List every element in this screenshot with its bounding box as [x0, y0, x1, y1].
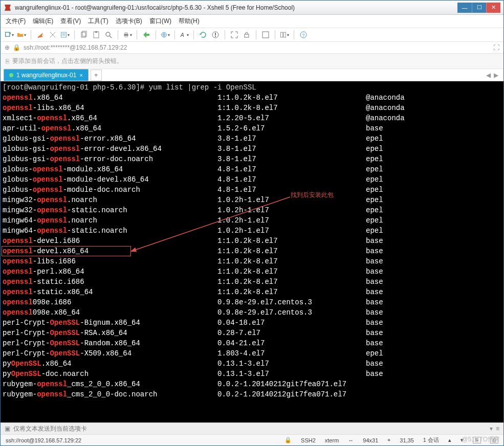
cap-icon: ⎘ [473, 437, 481, 443]
package-name: openssl-libs.x86_64 [3, 103, 217, 113]
package-version: 1.2.20-5.el7 [217, 113, 366, 123]
globe-icon[interactable]: ▾ [161, 30, 170, 39]
package-row: openssl-static.i6861:1.0.2k-8.el7base [3, 277, 501, 287]
package-repo [366, 389, 501, 399]
package-row: openssl-libs.i6861:1.0.2k-8.el7base [3, 256, 501, 266]
font-icon[interactable]: A▾ [180, 30, 189, 39]
menu-window[interactable]: 窗口(W) [149, 17, 171, 26]
package-row: globus-openssl-module-devel.x86_644.8-1.… [3, 174, 501, 185]
package-name: openssl-devel.i686 [3, 236, 217, 246]
search-icon[interactable] [104, 30, 113, 39]
package-name: openssl-static.i686 [3, 277, 217, 287]
package-row: openssl098e.i6860.9.8e-29.el7.centos.3ba… [3, 297, 501, 307]
package-version: 1.5.2-6.el7 [217, 123, 366, 133]
terminal-output[interactable]: [root@wangruifeng-01 php-5.6.30]# yum li… [1, 81, 503, 422]
send-input[interactable] [13, 425, 487, 432]
package-row: openssl.x86_641:1.0.2k-8.el7@anaconda [3, 93, 501, 103]
package-row: apr-util-openssl.x86_641.5.2-6.el7base [3, 123, 501, 133]
package-name: mingw32-openssl.noarch [3, 195, 217, 205]
package-repo: epel [366, 133, 501, 144]
package-name: perl-Crypt-OpenSSL-Random.x86_64 [3, 338, 217, 348]
package-repo: base [366, 246, 501, 256]
package-row: pyOpenSSL.x86_640.13.1-3.el7base [3, 359, 501, 369]
scroll-right-icon[interactable]: ▶ [494, 72, 498, 79]
status-size: 94x31 [363, 437, 378, 443]
annotation-text: 找到后安装此包 [291, 190, 334, 200]
package-repo: base [366, 297, 501, 307]
dropdown-icon[interactable]: ▾ [490, 425, 493, 432]
package-repo: epel [366, 205, 501, 215]
package-version: 0.04-18.el7 [217, 318, 366, 328]
layout1-icon[interactable] [261, 30, 270, 39]
window-maximize-button[interactable]: ☐ [472, 3, 486, 13]
package-row: openssl-static.x86_641:1.0.2k-8.el7base [3, 287, 501, 297]
menu-tool[interactable]: 工具(T) [88, 17, 108, 26]
new-session-icon[interactable]: ▾ [5, 30, 14, 39]
status-proto: SSH2 [301, 437, 316, 443]
package-repo: base [366, 359, 501, 369]
disconnect-icon[interactable] [48, 30, 57, 39]
copy-icon[interactable] [79, 30, 89, 39]
send-icon: ▣ [5, 425, 10, 432]
layout2-icon[interactable]: ▾ [280, 30, 289, 39]
svg-rect-18 [262, 32, 269, 38]
package-name: rubygem-openssl_cms_2_0_0-doc.noarch [3, 389, 217, 399]
package-row: xmlsec1-openssl.x86_641.2.20-5.el7@anaco… [3, 113, 501, 123]
status-term: xterm [325, 437, 339, 443]
package-version: 0.0.2-1.20140212git7fea071.el7 [217, 389, 366, 399]
properties-icon[interactable]: ▾ [60, 30, 70, 39]
titlebar[interactable]: wangruifenglinux-01 - root@wangruifeng-0… [1, 1, 503, 15]
help-icon[interactable]: ? [299, 30, 308, 39]
arrow-icon[interactable]: ⊕ [5, 44, 10, 51]
package-version: 0.04-21.el7 [217, 338, 366, 348]
package-name: apr-util-openssl.x86_64 [3, 123, 217, 133]
close-tab-icon[interactable]: × [79, 72, 82, 78]
package-row: mingw32-openssl.noarch1.0.2h-1.el7epel [3, 195, 501, 205]
refresh-icon[interactable] [199, 30, 208, 39]
package-name: globus-openssl-module-devel.x86_64 [3, 174, 217, 185]
package-name: perl-Crypt-OpenSSL-X509.x86_64 [3, 348, 217, 359]
sessions-down-icon[interactable]: ▾ [461, 437, 464, 443]
paste-icon[interactable] [92, 30, 101, 39]
menu-file[interactable]: 文件(F) [6, 17, 26, 26]
menu-edit[interactable]: 编辑(E) [33, 17, 53, 26]
window-minimize-button[interactable]: — [457, 3, 472, 13]
session-tab[interactable]: 1 wangruifenglinux-01 × [4, 69, 89, 81]
connect-icon[interactable] [36, 30, 45, 39]
menu-tab[interactable]: 选项卡(B) [116, 17, 142, 26]
package-repo: epel [366, 195, 501, 205]
sessions-up-icon[interactable]: ▴ [448, 437, 451, 443]
print-icon[interactable]: ▾ [123, 30, 132, 39]
lock-icon: 🔒 [13, 44, 20, 51]
package-repo: base [366, 338, 501, 348]
size-icon: ↔ [348, 437, 354, 443]
xftp-icon[interactable] [142, 30, 151, 39]
scroll-left-icon[interactable]: ◀ [486, 72, 491, 79]
hint-icon: ⎘ [6, 58, 9, 65]
address-text[interactable]: ssh://root:********@192.168.57.129:22 [24, 44, 490, 51]
toolbar: ▾ ▾ ▾ ▾ ▾ A▾ ▾ ? [1, 28, 503, 42]
package-name: openssl.x86_64 [3, 93, 217, 103]
package-repo: epel [366, 144, 501, 154]
add-tab-button[interactable]: + [91, 70, 102, 81]
window-close-button[interactable]: ✕ [486, 3, 500, 13]
package-repo: @anaconda [366, 93, 501, 103]
menu-view[interactable]: 查看(V) [60, 17, 81, 26]
menu-icon[interactable]: ≡ [496, 425, 499, 432]
fullscreen-icon[interactable] [230, 30, 239, 39]
package-repo: base [366, 328, 501, 338]
package-row: openssl-perl.x86_641:1.0.2k-8.el7base [3, 266, 501, 277]
package-repo: base [366, 369, 501, 379]
address-bar: ⊕ 🔒 ssh://root:********@192.168.57.129:2… [1, 42, 503, 54]
expand-icon[interactable]: ⛶ [493, 44, 499, 51]
menu-help[interactable]: 帮助(H) [179, 17, 200, 26]
package-version: 3.8-1.el7 [217, 133, 366, 144]
package-repo: base [366, 277, 501, 287]
package-repo: epel [366, 185, 501, 195]
open-folder-icon[interactable]: ▾ [17, 30, 26, 39]
lock-icon[interactable] [242, 30, 251, 39]
package-version: 4.8-1.el7 [217, 164, 366, 174]
status-dot-icon [9, 73, 13, 77]
package-name: globus-openssl-module-doc.noarch [3, 185, 217, 195]
stop-icon[interactable] [211, 30, 220, 39]
